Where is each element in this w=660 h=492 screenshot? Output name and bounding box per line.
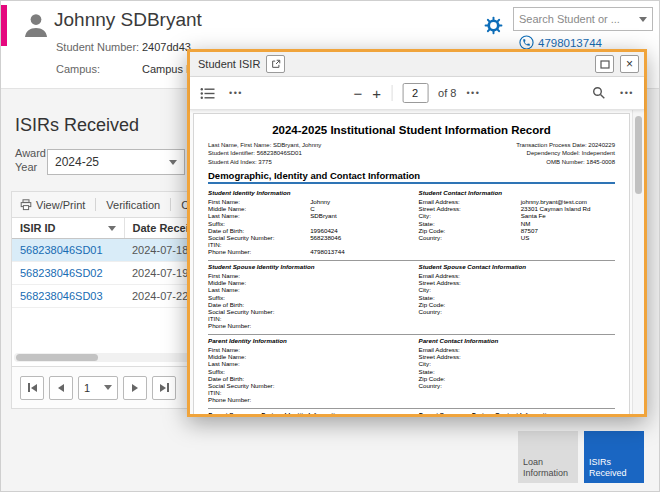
isir-field-column: Parent Spouse or Partner Contact Informa… bbox=[419, 411, 616, 414]
verification-button[interactable]: Verification bbox=[106, 199, 160, 211]
zoom-in-icon[interactable]: + bbox=[372, 86, 381, 101]
search-icon[interactable] bbox=[592, 86, 606, 100]
column-header-isir-id[interactable]: ISIR ID bbox=[12, 218, 124, 239]
isir-field-row: ITIN: bbox=[208, 389, 405, 396]
horizontal-scrollbar-thumb[interactable] bbox=[16, 354, 98, 361]
tile-isirs-received-label: ISIRs Received bbox=[589, 457, 639, 480]
previous-page-button[interactable] bbox=[49, 376, 73, 400]
phone-icon bbox=[519, 35, 534, 50]
isir-field-row: Social Security Number: bbox=[208, 382, 405, 389]
chevron-down-icon bbox=[169, 160, 177, 165]
page-number-input[interactable] bbox=[402, 83, 428, 103]
more-options-icon[interactable] bbox=[620, 88, 634, 98]
meta-dependency-model: Dependency Model: Independent bbox=[516, 149, 615, 157]
isir-field-row: Email Address: bbox=[419, 272, 616, 279]
isir-id-link[interactable]: 568238046SD03 bbox=[20, 290, 103, 302]
outline-panel-icon[interactable] bbox=[200, 87, 215, 100]
isir-field-row: Phone Number: bbox=[208, 396, 405, 403]
person-icon bbox=[21, 10, 51, 40]
meta-transaction-process-date: Transaction Process Date: 20240229 bbox=[516, 141, 615, 149]
more-options-icon[interactable] bbox=[466, 88, 480, 98]
isir-field-row: Suffix: bbox=[208, 368, 405, 375]
isir-field-row: Date of Birth:19960424 bbox=[208, 227, 405, 234]
isir-field-row: First Name:Johnny bbox=[208, 198, 405, 205]
tile-isirs-received[interactable]: ISIRs Received bbox=[584, 431, 644, 483]
isir-field-row: Street Address: bbox=[419, 353, 616, 360]
isir-id-link[interactable]: 568238046SD01 bbox=[20, 244, 103, 256]
popout-button[interactable] bbox=[266, 55, 285, 73]
isir-field-column: Student Identity InformationFirst Name:J… bbox=[208, 189, 405, 255]
tile-loan-information-label: Loan Information bbox=[523, 457, 573, 480]
isir-field-row: State: bbox=[419, 368, 616, 375]
isir-field-row: Street Address:23301 Cayman Island Rd bbox=[419, 205, 616, 212]
view-print-label: View/Print bbox=[36, 199, 85, 211]
student-number-label: Student Number: bbox=[56, 41, 139, 53]
isir-doc-groups: Student Identity InformationFirst Name:J… bbox=[208, 187, 615, 414]
isir-group-title: Parent Spouse or Partner Identity Inform… bbox=[208, 411, 405, 414]
settings-gear-icon[interactable] bbox=[483, 16, 503, 36]
printer-icon bbox=[20, 199, 32, 211]
isir-id-column-label: ISIR ID bbox=[20, 222, 55, 234]
isir-field-row: Email Address:johnny.bryant@test.com bbox=[419, 198, 616, 205]
search-input[interactable] bbox=[519, 13, 639, 25]
more-options-icon[interactable] bbox=[229, 88, 243, 98]
maximize-button[interactable] bbox=[595, 55, 614, 73]
current-page-value: 1 bbox=[84, 382, 90, 394]
isir-field-row: Zip Code: bbox=[419, 375, 616, 382]
phone-number-link[interactable]: 4798013744 bbox=[538, 37, 602, 49]
pdf-viewer-body: 2024-2025 Institutional Student Informat… bbox=[190, 110, 644, 414]
award-year-select[interactable]: 2024-25 bbox=[47, 149, 185, 175]
student-search-combobox[interactable] bbox=[513, 7, 653, 31]
isir-field-row: Last Name:SDBryant bbox=[208, 212, 405, 219]
isir-field-row: First Name: bbox=[208, 346, 405, 353]
next-page-button[interactable] bbox=[123, 376, 147, 400]
meta-student-identifier: Student Identifier: 568238046SD01 bbox=[208, 149, 321, 157]
tile-loan-information[interactable]: Loan Information bbox=[518, 431, 578, 483]
chevron-down-icon[interactable] bbox=[639, 17, 647, 22]
zoom-out-icon[interactable]: − bbox=[354, 86, 363, 101]
column-menu-chevron-icon[interactable] bbox=[108, 226, 116, 231]
isir-group-title: Student Identity Information bbox=[208, 189, 405, 196]
isir-field-column: Student Contact InformationEmail Address… bbox=[419, 189, 616, 255]
isir-field-column: Student Spouse Identity InformationFirst… bbox=[208, 263, 405, 329]
isir-field-column: Parent Identity InformationFirst Name:Mi… bbox=[208, 337, 405, 403]
isir-field-row: Last Name: bbox=[208, 286, 405, 293]
isir-field-row: Last Name: bbox=[208, 360, 405, 367]
accent-bar bbox=[1, 5, 7, 46]
isir-field-row: Middle Name:C bbox=[208, 205, 405, 212]
isir-field-row: Street Address: bbox=[419, 279, 616, 286]
toolbar-divider bbox=[95, 198, 96, 211]
phone-row: 4798013744 bbox=[519, 35, 602, 50]
page-number-select[interactable]: 1 bbox=[78, 376, 118, 400]
close-button[interactable]: × bbox=[620, 55, 639, 73]
isir-field-row: ITIN: bbox=[208, 315, 405, 322]
isir-field-column: Parent Contact InformationEmail Address:… bbox=[419, 337, 616, 403]
isir-field-row: Country: bbox=[419, 382, 616, 389]
isir-field-row: Zip Code: bbox=[419, 301, 616, 308]
vertical-scrollbar-thumb[interactable] bbox=[635, 116, 642, 194]
first-page-button[interactable] bbox=[20, 376, 44, 400]
isir-group-title: Student Spouse Identity Information bbox=[208, 263, 405, 270]
verification-label: Verification bbox=[106, 199, 160, 211]
view-print-button[interactable]: View/Print bbox=[20, 199, 85, 211]
vertical-scrollbar[interactable] bbox=[632, 110, 644, 414]
isir-field-group: Student Spouse Identity InformationFirst… bbox=[208, 260, 615, 334]
isir-section-heading: Demographic, Identity and Contact Inform… bbox=[208, 170, 615, 184]
isir-group-title: Parent Contact Information bbox=[419, 337, 616, 344]
section-title-isirs-received: ISIRs Received bbox=[15, 115, 139, 136]
isir-document-title: 2024-2025 Institutional Student Informat… bbox=[208, 124, 615, 136]
meta-omb-number: OMB Number: 1845-0008 bbox=[516, 158, 615, 166]
modal-title: Student ISIR bbox=[198, 58, 260, 70]
isir-field-row: Zip Code:87507 bbox=[419, 227, 616, 234]
last-page-button[interactable] bbox=[152, 376, 176, 400]
isir-field-row: Suffix: bbox=[208, 294, 405, 301]
isir-id-link[interactable]: 568238046SD02 bbox=[20, 267, 103, 279]
isir-field-row: Social Security Number: bbox=[208, 308, 405, 315]
isir-group-title: Parent Identity Information bbox=[208, 337, 405, 344]
isir-field-row: City: bbox=[419, 360, 616, 367]
isir-field-row: Country:US bbox=[419, 234, 616, 241]
isir-field-row: Suffix: bbox=[208, 220, 405, 227]
isir-field-row: City: bbox=[419, 286, 616, 293]
isir-field-row: Date of Birth: bbox=[208, 301, 405, 308]
modal-titlebar: Student ISIR × bbox=[190, 52, 644, 77]
